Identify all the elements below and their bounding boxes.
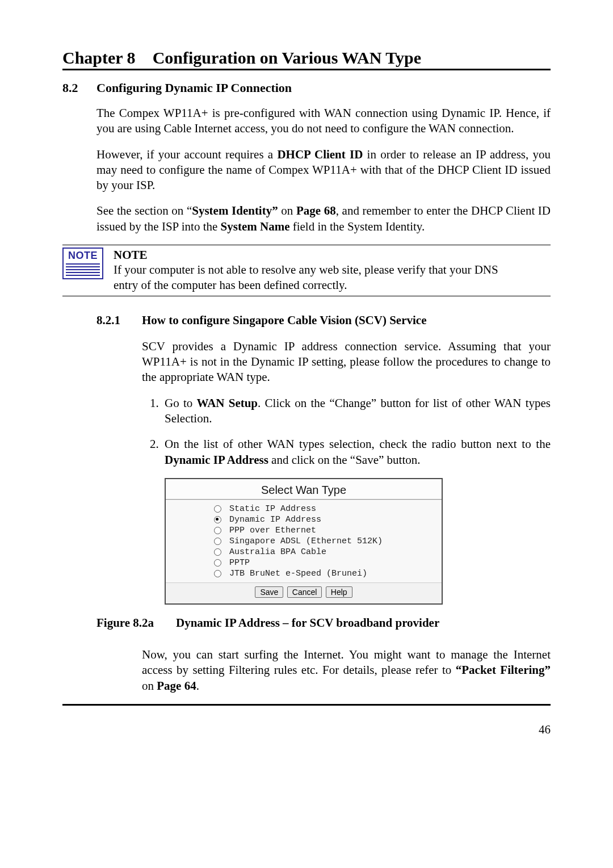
select-wan-type-dialog: Select Wan Type Static IP AddressDynamic…	[165, 478, 443, 605]
wan-type-option-label: Australia BPA Cable	[229, 547, 326, 557]
subsection-title: How to configure Singapore Cable Vision …	[142, 313, 426, 327]
note-block: NOTE NOTE If your computer is not able t…	[62, 245, 551, 296]
section-paragraph-2: However, if your account requires a DHCP…	[62, 147, 551, 194]
radio-icon[interactable]	[214, 570, 221, 577]
chapter-rule	[62, 69, 551, 70]
note-icon-label: NOTE	[66, 250, 100, 262]
section-title: Configuring Dynamic IP Connection	[96, 81, 292, 95]
note-body: If your computer is not able to resolve …	[114, 263, 498, 291]
section-paragraph-3: See the section on “System Identity” on …	[62, 203, 551, 234]
section-heading: 8.2Configuring Dynamic IP Connection	[62, 81, 551, 95]
note-icon-lines	[66, 263, 100, 276]
dialog-title: Select Wan Type	[166, 479, 442, 499]
wan-type-option-label: PPTP	[229, 558, 250, 568]
wan-type-option[interactable]: Static IP Address	[166, 504, 442, 514]
wan-type-option[interactable]: PPTP	[166, 557, 442, 568]
chapter-prefix: Chapter 8	[62, 48, 136, 67]
radio-icon[interactable]	[214, 505, 221, 513]
page-number: 46	[62, 723, 551, 737]
figure-caption: Figure 8.2aDynamic IP Address – for SCV …	[96, 616, 551, 630]
figure-wrap: Select Wan Type Static IP AddressDynamic…	[165, 478, 551, 605]
wan-type-option[interactable]: PPP over Ethernet	[166, 525, 442, 536]
subsection-number: 8.2.1	[96, 313, 142, 328]
section-number: 8.2	[62, 81, 96, 95]
wan-type-option[interactable]: Singapore ADSL (Ethernet 512K)	[166, 536, 442, 547]
figure-caption-text: Dynamic IP Address – for SCV broadband p…	[176, 616, 439, 630]
chapter-title: Configuration on Various WAN Type	[153, 48, 421, 67]
step-2: On the list of other WAN types selection…	[162, 437, 551, 468]
footer-rule	[62, 704, 551, 706]
note-text: NOTE If your computer is not able to res…	[114, 248, 551, 292]
wan-type-option-label: Static IP Address	[229, 504, 316, 514]
wan-type-options: Static IP AddressDynamic IP AddressPPP o…	[166, 500, 442, 582]
wan-type-option-label: PPP over Ethernet	[229, 526, 316, 535]
note-icon: NOTE	[62, 248, 103, 279]
radio-icon[interactable]	[214, 559, 221, 567]
save-button[interactable]: Save	[255, 586, 283, 598]
note-rule-bottom	[62, 296, 551, 296]
wan-type-option[interactable]: Dynamic IP Address	[166, 514, 442, 525]
wan-type-option-label: Dynamic IP Address	[229, 515, 321, 525]
cancel-button[interactable]: Cancel	[287, 586, 322, 598]
subsection-heading: 8.2.1How to configure Singapore Cable Vi…	[62, 313, 551, 328]
wan-type-option-label: JTB BruNet e-Speed (Brunei)	[229, 569, 367, 578]
step-1: Go to WAN Setup. Click on the “Change” b…	[162, 396, 551, 427]
wan-type-option[interactable]: JTB BruNet e-Speed (Brunei)	[166, 568, 442, 579]
radio-icon[interactable]	[214, 538, 221, 545]
chapter-heading: Chapter 8 Configuration on Various WAN T…	[62, 48, 551, 68]
radio-icon[interactable]	[214, 516, 221, 523]
dialog-button-row: Save Cancel Help	[166, 582, 442, 603]
help-button[interactable]: Help	[326, 586, 352, 598]
figure-caption-number: Figure 8.2a	[96, 616, 176, 630]
wan-type-option-label: Singapore ADSL (Ethernet 512K)	[229, 536, 383, 546]
wan-type-option[interactable]: Australia BPA Cable	[166, 547, 442, 557]
steps-list: Go to WAN Setup. Click on the “Change” b…	[62, 396, 551, 468]
note-heading: NOTE	[114, 248, 148, 262]
radio-icon[interactable]	[214, 548, 221, 556]
subsection-paragraph-1: SCV provides a Dynamic IP address connec…	[62, 339, 551, 385]
radio-icon[interactable]	[214, 527, 221, 534]
subsection-post-paragraph: Now, you can start surfing the Internet.…	[62, 647, 551, 694]
section-paragraph-1: The Compex WP11A+ is pre-configured with…	[62, 106, 551, 137]
